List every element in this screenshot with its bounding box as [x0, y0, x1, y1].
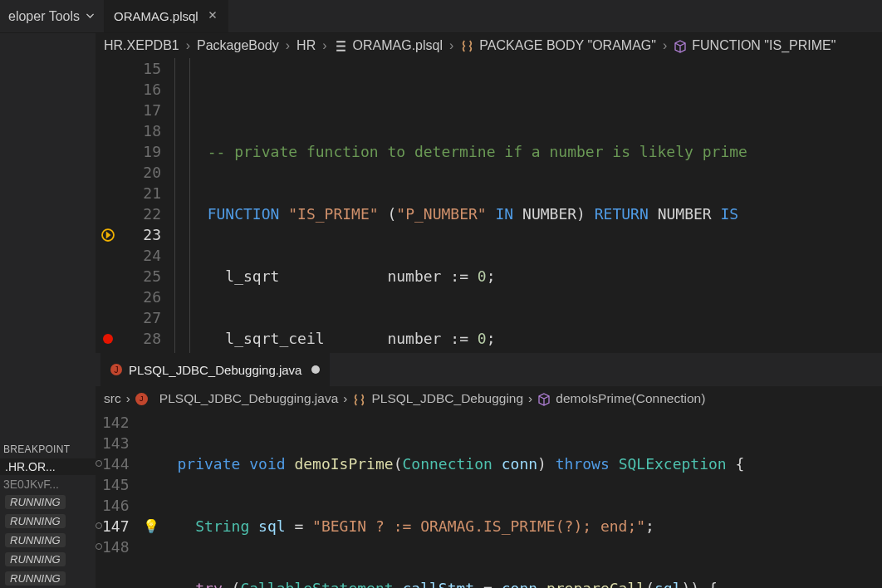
- code-area[interactable]: private void demoIsPrime(Connection conn…: [159, 412, 882, 588]
- method-icon: [537, 391, 551, 406]
- editor-tab-oramag[interactable]: ORAMAG.plsql: [104, 0, 229, 32]
- thread-status[interactable]: RUNNING: [5, 533, 66, 547]
- editor-java[interactable]: 142143 144145 146147 148 💡 private void …: [96, 412, 882, 588]
- namespace-icon: [460, 38, 474, 53]
- file-icon: [334, 38, 348, 53]
- thread-status[interactable]: RUNNING: [5, 552, 66, 566]
- tab-label: ORAMAG.plsql: [114, 9, 198, 23]
- stack-frame-icon: [96, 516, 102, 537]
- line-numbers: 1516 1718 1920 2122 2324 2526 2728: [120, 58, 174, 353]
- dirty-indicator-icon: [311, 365, 320, 374]
- thread-status[interactable]: RUNNING: [5, 514, 66, 528]
- sidebar-path: 3E0JKvF...: [0, 476, 96, 492]
- thread-status[interactable]: RUNNING: [5, 495, 66, 509]
- breadcrumb: src› J PLSQL_JDBC_Debugging.java› PLSQL_…: [96, 386, 882, 411]
- breakpoint-icon[interactable]: [96, 328, 120, 349]
- sidebar-tab-hr-or[interactable]: .HR.OR...: [0, 458, 96, 475]
- lightbulb-icon[interactable]: 💡: [143, 516, 159, 537]
- editor-tab-java[interactable]: J PLSQL_JDBC_Debugging.java: [100, 353, 330, 386]
- thread-status[interactable]: RUNNING: [5, 571, 66, 586]
- crumb[interactable]: PackageBody: [197, 38, 279, 53]
- crumb[interactable]: ORAMAG.plsql: [353, 38, 443, 53]
- lightbulb-gutter: 💡: [143, 412, 159, 588]
- java-file-icon: J: [110, 364, 122, 375]
- line-numbers: 142143 144145 146147 148: [102, 412, 143, 588]
- crumb[interactable]: src: [104, 391, 121, 406]
- lower-tab-bar: J PLSQL_JDBC_Debugging.java: [96, 353, 882, 386]
- java-file-icon: J: [135, 393, 148, 405]
- chevron-down-icon: [85, 9, 96, 24]
- stack-frame-icon: [96, 537, 102, 557]
- tab-bar: eloper Tools ORAMAG.plsql: [0, 0, 882, 33]
- code-area[interactable]: -- private function to determine if a nu…: [174, 58, 882, 353]
- class-icon: [352, 391, 366, 406]
- editor-plsql[interactable]: 1516 1718 1920 2122 2324 2526 2728 -- pr…: [96, 58, 882, 353]
- close-icon[interactable]: [207, 9, 218, 23]
- sidebar-section-breakpoints[interactable]: BREAKPOINT: [0, 441, 96, 458]
- glyph-margin[interactable]: [96, 412, 102, 588]
- execution-pointer-icon: [96, 224, 120, 245]
- function-icon: [674, 38, 687, 53]
- glyph-margin[interactable]: [96, 58, 120, 353]
- debug-sidebar: BREAKPOINT .HR.OR... 3E0JKvF... RUNNING …: [0, 33, 96, 588]
- tab-label: PLSQL_JDBC_Debugging.java: [129, 363, 301, 377]
- crumb[interactable]: demoIsPrime(Connection): [556, 391, 705, 406]
- crumb[interactable]: HR.XEPDB1: [104, 38, 179, 53]
- developer-tools-dropdown[interactable]: eloper Tools: [0, 0, 104, 32]
- breadcrumb: HR.XEPDB1› PackageBody› HR› ORAMAG.plsql…: [96, 33, 882, 58]
- crumb[interactable]: FUNCTION "IS_PRIME": [692, 38, 835, 53]
- stack-frame-icon: [96, 453, 102, 474]
- crumb[interactable]: PLSQL_JDBC_Debugging.java: [159, 391, 338, 406]
- crumb[interactable]: HR: [296, 38, 316, 53]
- crumb[interactable]: PLSQL_JDBC_Debugging: [371, 391, 523, 406]
- crumb[interactable]: PACKAGE BODY "ORAMAG": [479, 38, 656, 53]
